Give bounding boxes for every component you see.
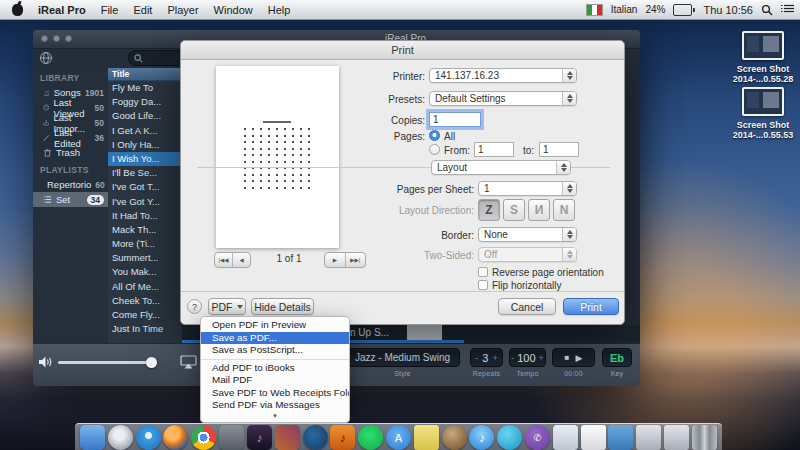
help-button[interactable]: ? xyxy=(187,299,202,314)
spotlight-icon[interactable] xyxy=(761,4,773,16)
dock-photo-app-icon[interactable] xyxy=(219,425,244,450)
border-dropdown[interactable]: None xyxy=(478,227,577,242)
dock-drawing-app-icon[interactable] xyxy=(303,425,328,450)
dock-game-app-icon[interactable] xyxy=(275,425,300,450)
dock-ireal-pro-icon[interactable]: ♪ xyxy=(330,425,355,450)
menu-item-open-pdf-in-preview[interactable]: Open PDF in Preview xyxy=(201,319,349,332)
song-row[interactable]: Summert... xyxy=(108,251,182,265)
dock-trash-icon[interactable] xyxy=(692,425,717,450)
menu-window[interactable]: Window xyxy=(214,4,253,16)
preview-nav-back[interactable]: |◀◀ ◀ xyxy=(214,252,251,268)
dock-spotify-icon[interactable] xyxy=(358,425,383,450)
dock-firefox-icon[interactable] xyxy=(163,425,188,450)
battery-icon[interactable] xyxy=(673,4,695,16)
pdf-menu-button[interactable]: PDF xyxy=(208,298,246,315)
song-row[interactable]: Foggy Da... xyxy=(108,95,182,109)
flip-horizontally-checkbox[interactable] xyxy=(478,280,488,290)
repeats-stepper[interactable]: - 3 + xyxy=(470,348,503,367)
desktop-icon-screenshot-1[interactable]: Screen Shot 2014-...0.55.28 xyxy=(723,31,800,84)
menu-item-save-as-postscript[interactable]: Save as PostScript... xyxy=(201,344,349,357)
menu-help[interactable]: Help xyxy=(268,4,291,16)
dock-safari-icon[interactable] xyxy=(136,425,161,450)
pages-all-radio[interactable] xyxy=(429,130,440,141)
pages-from-radio[interactable] xyxy=(429,144,440,155)
battery-percentage[interactable]: 24% xyxy=(645,4,665,15)
copies-field[interactable]: 1 xyxy=(429,112,481,127)
presets-dropdown[interactable]: Default Settings xyxy=(429,91,577,106)
sidebar-item-set[interactable]: Set 34 xyxy=(33,192,108,207)
dock-stack-icon[interactable] xyxy=(664,425,689,450)
italian-flag-icon[interactable] xyxy=(586,4,603,16)
menu-edit[interactable]: Edit xyxy=(133,4,152,16)
song-row[interactable]: Good Life... xyxy=(108,109,182,123)
key-button[interactable]: Eb xyxy=(602,348,632,367)
print-button[interactable]: Print xyxy=(563,298,619,315)
song-row-selected[interactable]: I Wish Yo... xyxy=(108,152,182,166)
sidebar-item-repertorio[interactable]: Repertorio 60 xyxy=(33,177,108,192)
zoom-icon[interactable] xyxy=(65,35,72,42)
layout-direction-reverse-n-button[interactable]: И xyxy=(528,199,550,221)
dock-launchpad-icon[interactable] xyxy=(108,425,133,450)
dock-music-notation-app-icon[interactable]: ♪ xyxy=(247,425,272,450)
song-row[interactable]: Come Fly... xyxy=(108,308,182,322)
printer-dropdown[interactable]: 141.137.16.23 xyxy=(429,68,577,83)
play-icon[interactable]: ▶ xyxy=(575,353,582,363)
dock-world-app-icon[interactable] xyxy=(442,425,467,450)
dock-itunes-icon[interactable]: ♪ xyxy=(469,425,494,450)
song-row[interactable]: Cheek To... xyxy=(108,294,182,308)
dock-textedit-icon[interactable] xyxy=(581,425,606,450)
airplay-icon[interactable] xyxy=(180,354,197,370)
pages-from-field[interactable]: 1 xyxy=(474,142,514,157)
reverse-orientation-checkbox[interactable] xyxy=(478,267,488,277)
volume-slider[interactable] xyxy=(58,361,155,364)
layout-direction-n-button[interactable]: N xyxy=(553,199,575,221)
style-button[interactable]: Jazz - Medium Swing xyxy=(345,348,460,367)
dock-stickies-icon[interactable] xyxy=(414,425,439,450)
song-row[interactable]: I Get A K... xyxy=(108,124,182,138)
transport-buttons[interactable]: ■ ▶ xyxy=(552,348,595,367)
cancel-button[interactable]: Cancel xyxy=(498,298,556,315)
song-row[interactable]: Fly Me To xyxy=(108,81,182,95)
input-source-label[interactable]: Italian xyxy=(611,4,638,15)
menu-player[interactable]: Player xyxy=(167,4,198,16)
dock-documents-folder-icon[interactable] xyxy=(608,425,633,450)
repeats-plus[interactable]: + xyxy=(492,353,497,363)
song-row[interactable]: More (Ti... xyxy=(108,237,182,251)
sidebar-item-trash[interactable]: Trash xyxy=(33,145,108,160)
menu-item-send-pdf-via-messages[interactable]: Send PDF via Messages xyxy=(201,399,349,412)
tempo-plus[interactable]: + xyxy=(539,353,544,363)
layout-direction-s-button[interactable]: S xyxy=(503,199,525,221)
hide-details-button[interactable]: Hide Details xyxy=(251,298,314,315)
app-menu[interactable]: iReal Pro xyxy=(38,4,86,16)
dock-stack-icon[interactable] xyxy=(636,425,661,450)
song-row[interactable]: Just In Time xyxy=(108,322,182,336)
song-row[interactable]: I Only Ha... xyxy=(108,138,182,152)
volume-slider-knob[interactable] xyxy=(146,357,157,368)
dock-preview-icon[interactable] xyxy=(553,425,578,450)
menu-item-save-pdf-to-web-receipts[interactable]: Save PDF to Web Receipts Folder xyxy=(201,387,349,400)
dock-finder-icon[interactable] xyxy=(80,425,105,450)
clock[interactable]: Thu 10:56 xyxy=(703,4,753,16)
pages-to-field[interactable]: 1 xyxy=(539,142,579,157)
menu-item-add-pdf-to-ibooks[interactable]: Add PDF to iBooks xyxy=(201,362,349,375)
dock-app-store-icon[interactable]: A xyxy=(386,425,411,450)
song-row[interactable]: All Of Me... xyxy=(108,280,182,294)
sidebar-item-last-edited[interactable]: Last Edited 36 xyxy=(33,130,108,145)
menu-item-save-as-pdf[interactable]: Save as PDF... xyxy=(201,332,349,345)
song-row[interactable]: You Mak... xyxy=(108,265,182,279)
layout-direction-z-button[interactable]: Z xyxy=(478,199,500,221)
section-dropdown[interactable]: Layout xyxy=(431,160,571,175)
repeats-minus[interactable]: - xyxy=(475,353,478,363)
stop-icon[interactable]: ■ xyxy=(565,353,570,362)
song-row[interactable]: I'll Be Se... xyxy=(108,166,182,180)
song-row[interactable]: I've Got T... xyxy=(108,180,182,194)
menu-scroll-down-icon[interactable]: ▼ xyxy=(201,412,349,420)
globe-icon[interactable] xyxy=(39,51,53,69)
tempo-stepper[interactable]: - 100 + xyxy=(509,348,546,367)
dock-chrome-icon[interactable] xyxy=(191,425,216,450)
song-row[interactable]: Mack Th... xyxy=(108,223,182,237)
dock-messaging-app-icon[interactable] xyxy=(497,425,522,450)
traffic-light-buttons[interactable] xyxy=(41,35,72,42)
notification-center-icon[interactable] xyxy=(781,4,794,15)
song-row[interactable]: It Had To... xyxy=(108,209,182,223)
